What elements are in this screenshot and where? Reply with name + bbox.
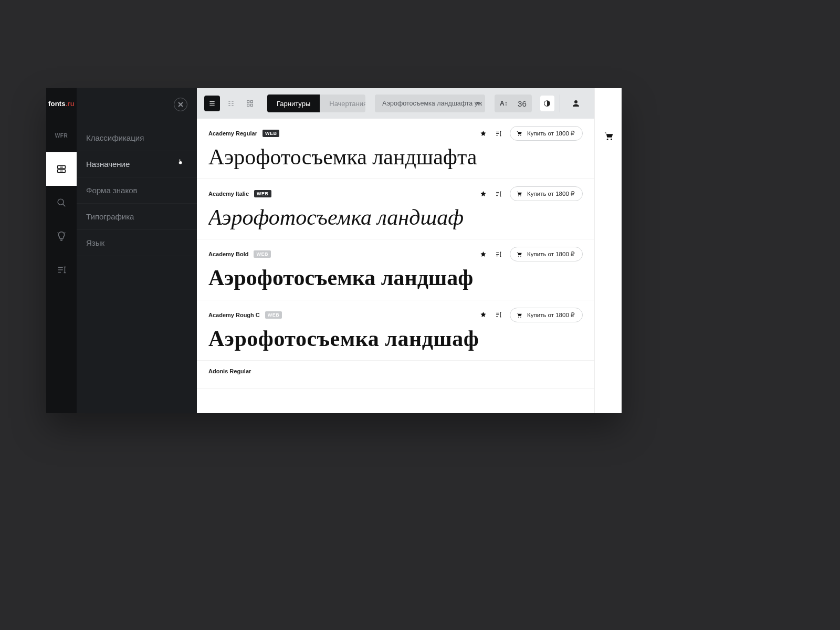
- text-cursor-icon: [495, 190, 502, 198]
- svg-point-4: [58, 199, 64, 205]
- tab-label: Начертания: [329, 100, 365, 108]
- font-name: Academy Italic: [208, 191, 249, 197]
- toolbar-separator: [560, 94, 560, 112]
- star-icon: [479, 190, 487, 198]
- try-button[interactable]: [495, 311, 502, 319]
- toolbar: Гарнитуры Начертания Аэрофотосъемка ланд…: [197, 88, 594, 119]
- sidebar-item-classification[interactable]: Классификация: [77, 125, 197, 151]
- favorite-button[interactable]: [479, 311, 487, 319]
- cart-icon: [516, 250, 523, 258]
- svg-point-38: [520, 135, 521, 136]
- star-icon: [479, 311, 487, 319]
- font-row: Academy BoldWEBКупить от 1800 ₽Аэрофотос…: [197, 239, 594, 300]
- contrast-icon: [543, 99, 551, 108]
- view-grid-button[interactable]: [242, 96, 258, 111]
- buy-label: Купить от 1800 ₽: [527, 190, 575, 197]
- try-button[interactable]: [495, 130, 502, 138]
- favorite-button[interactable]: [479, 130, 487, 138]
- font-name: Academy Regular: [208, 130, 257, 136]
- mode-tabs: Гарнитуры Начертания: [267, 94, 365, 112]
- font-row: Academy RegularWEBКупить от 1800 ₽Аэрофо…: [197, 119, 594, 179]
- sidebar-item-label: Язык: [86, 238, 104, 247]
- font-sample[interactable]: Аэрофотосъемка ландшаф: [208, 205, 583, 229]
- font-sample[interactable]: Аэрофотосъемка ландшаф: [208, 266, 583, 290]
- svg-rect-26: [250, 101, 253, 103]
- buy-button[interactable]: Купить от 1800 ₽: [510, 247, 583, 261]
- try-button[interactable]: [495, 190, 502, 198]
- close-sidebar-button[interactable]: [174, 98, 187, 111]
- cart-icon: [516, 311, 523, 319]
- buy-button[interactable]: Купить от 1800 ₽: [510, 186, 583, 201]
- archive-icon: [56, 163, 67, 175]
- account-button[interactable]: [565, 88, 587, 119]
- svg-point-61: [518, 317, 519, 318]
- tab-label: Гарнитуры: [277, 100, 310, 108]
- favorite-button[interactable]: [479, 250, 487, 258]
- text-cursor-icon: [495, 130, 502, 138]
- favorite-button[interactable]: [479, 190, 487, 198]
- font-size-icon: A↕: [500, 100, 508, 107]
- view-list-button[interactable]: [204, 96, 220, 111]
- star-icon: [479, 250, 487, 258]
- brand-logo[interactable]: fonts.ru: [46, 88, 77, 119]
- font-row-actions: Купить от 1800 ₽: [479, 247, 583, 261]
- list-icon: [208, 99, 216, 108]
- rail-item-search[interactable]: [46, 186, 77, 219]
- svg-point-62: [520, 317, 521, 318]
- cart-icon: [603, 130, 614, 142]
- buy-label: Купить от 1800 ₽: [527, 250, 575, 258]
- sidebar-item-label: Типографика: [86, 212, 134, 221]
- svg-line-5: [63, 204, 66, 207]
- font-row-header: Academy Rough CWEBКупить от 1800 ₽: [208, 308, 583, 322]
- font-row-header: Academy RegularWEBКупить от 1800 ₽: [208, 126, 583, 141]
- svg-point-63: [606, 139, 608, 140]
- buy-button[interactable]: Купить от 1800 ₽: [510, 308, 583, 322]
- star-icon: [479, 130, 487, 138]
- rail-item-web[interactable]: WFR: [46, 119, 77, 152]
- rail-item-catalog[interactable]: [46, 152, 77, 186]
- sidebar-item-purpose[interactable]: Назначение: [77, 151, 197, 177]
- lightbulb-icon: [56, 230, 67, 242]
- font-name: Academy Bold: [208, 251, 248, 257]
- right-rail: [594, 88, 622, 413]
- view-toggle: [204, 96, 258, 111]
- buy-label: Купить от 1800 ₽: [527, 130, 575, 137]
- web-badge: WEB: [265, 311, 282, 319]
- svg-point-45: [518, 195, 519, 196]
- font-list: Academy RegularWEBКупить от 1800 ₽Аэрофо…: [197, 119, 594, 413]
- font-row: Academy ItalicWEBКупить от 1800 ₽Аэрофот…: [197, 179, 594, 239]
- sidebar-item-typography[interactable]: Типографика: [77, 204, 197, 230]
- sidebar-item-letterform[interactable]: Форма знаков: [77, 177, 197, 204]
- main-area: Гарнитуры Начертания Аэрофотосъемка ланд…: [197, 88, 594, 413]
- view-compact-button[interactable]: [223, 96, 239, 111]
- text-cursor-icon: [495, 311, 502, 319]
- font-row-header: Academy BoldWEBКупить от 1800 ₽: [208, 247, 583, 261]
- font-sample[interactable]: Аэрофотосъемка ландшаф: [208, 327, 583, 351]
- web-badge: WEB: [262, 130, 280, 137]
- buy-button[interactable]: Купить от 1800 ₽: [510, 126, 583, 141]
- svg-rect-28: [250, 104, 253, 106]
- filter-sidebar: Классификация Назначение Форма знаков Ти…: [77, 88, 197, 413]
- svg-point-53: [518, 256, 519, 257]
- rail-item-ideas[interactable]: [46, 219, 77, 253]
- font-size-control[interactable]: A↕ 36: [495, 94, 532, 112]
- svg-point-54: [520, 256, 521, 257]
- try-button[interactable]: [495, 250, 502, 258]
- font-row: Adonis Regular: [197, 361, 594, 388]
- sidebar-item-label: Назначение: [86, 160, 130, 169]
- brand-tld: .ru: [66, 100, 75, 108]
- contrast-toggle-button[interactable]: [540, 96, 554, 111]
- web-icon: WFR: [55, 133, 68, 139]
- sample-text-dropdown[interactable]: Аэрофотосъемка ландшафта уж: [375, 94, 485, 112]
- cart-button[interactable]: [603, 130, 614, 144]
- sample-text-value: Аэрофотосъемка ландшафта уж: [382, 100, 482, 107]
- rail-item-text-tool[interactable]: [46, 253, 77, 287]
- font-name: Adonis Regular: [208, 368, 251, 374]
- buy-label: Купить от 1800 ₽: [527, 311, 575, 319]
- tab-typefaces[interactable]: Гарнитуры: [267, 94, 320, 112]
- sidebar-item-language[interactable]: Язык: [77, 230, 197, 256]
- brand-name: fonts: [48, 100, 66, 108]
- svg-point-64: [611, 139, 612, 140]
- font-sample[interactable]: Аэрофотосъемка ландшафта: [208, 145, 583, 169]
- tab-styles[interactable]: Начертания: [320, 94, 365, 112]
